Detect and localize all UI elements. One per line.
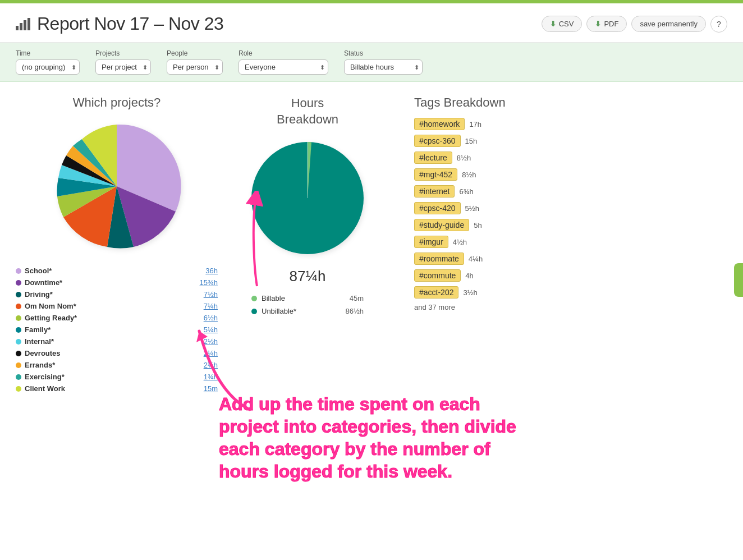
tag-item: #commute 4h bbox=[414, 269, 727, 282]
save-label: save permanently bbox=[640, 20, 698, 28]
annotation-arrow bbox=[235, 191, 268, 294]
billable-value: 45m bbox=[350, 294, 364, 302]
tag-badge[interactable]: #mgt-452 bbox=[414, 168, 457, 181]
project-color-dot bbox=[16, 268, 21, 274]
unbillable-label: Unbillable* bbox=[262, 307, 345, 315]
project-name: School* bbox=[25, 267, 205, 275]
hours-total: 87¼h bbox=[289, 268, 325, 285]
csv-download-icon: ⬇ bbox=[550, 20, 556, 28]
role-select[interactable]: Everyone bbox=[239, 59, 328, 75]
project-color-dot bbox=[16, 386, 21, 392]
project-color-dot bbox=[16, 292, 21, 297]
project-name: Devroutes bbox=[25, 349, 204, 357]
time-label: Time bbox=[16, 49, 80, 57]
tag-badge[interactable]: #homework bbox=[414, 118, 465, 130]
tag-badge[interactable]: #commute bbox=[414, 269, 461, 282]
list-item: Internal* 2½h bbox=[16, 336, 218, 347]
project-hours-link[interactable]: 6½h bbox=[204, 314, 218, 322]
side-pill[interactable] bbox=[734, 263, 743, 297]
help-button[interactable]: ? bbox=[710, 16, 727, 33]
tag-badge[interactable]: #acct-202 bbox=[414, 286, 458, 299]
people-select[interactable]: Per person bbox=[167, 59, 223, 75]
status-select[interactable]: Billable hours bbox=[344, 59, 423, 75]
billable-dot bbox=[251, 296, 257, 301]
list-item: Om Nom Nom* 7¼h bbox=[16, 300, 218, 312]
tag-badge[interactable]: #cpsc-360 bbox=[414, 135, 461, 147]
tag-badge[interactable]: #roommate bbox=[414, 253, 464, 265]
tag-item: #lecture 8½h bbox=[414, 152, 727, 164]
tag-badge[interactable]: #lecture bbox=[414, 152, 452, 164]
annotation-container: Billable 45m Unbillable* 86½h bbox=[251, 292, 364, 318]
project-hours-link[interactable]: 7¼h bbox=[204, 302, 218, 310]
pink-arrow-annotation bbox=[194, 325, 261, 417]
tag-item: #cpsc-420 5½h bbox=[414, 202, 727, 214]
list-item: Getting Ready* 6½h bbox=[16, 312, 218, 324]
project-name: Errands* bbox=[25, 361, 204, 369]
projects-select[interactable]: Per project bbox=[95, 59, 151, 75]
filter-bar: Time (no grouping) Projects Per project … bbox=[0, 43, 743, 82]
csv-label: CSV bbox=[559, 20, 574, 28]
list-item: Devroutes 2¼h bbox=[16, 347, 218, 359]
project-color-dot bbox=[16, 339, 21, 345]
project-hours-link[interactable]: 7½h bbox=[204, 290, 218, 299]
projects-label: Projects bbox=[95, 49, 151, 57]
status-label: Status bbox=[344, 49, 423, 57]
list-item: Errands* 2¼h bbox=[16, 359, 218, 371]
people-label: People bbox=[167, 49, 223, 57]
tag-item: #mgt-452 8½h bbox=[414, 168, 727, 181]
project-color-dot bbox=[16, 351, 21, 356]
hours-breakdown-list: Billable 45m Unbillable* 86½h bbox=[251, 292, 364, 318]
project-name: Client Work bbox=[25, 384, 204, 393]
tag-hours: 17h bbox=[469, 120, 481, 128]
projects-pie-chart bbox=[49, 119, 184, 254]
tags-section-title: Tags Breakdown bbox=[414, 95, 727, 110]
projects-select-wrapper[interactable]: Per project bbox=[95, 59, 151, 75]
project-hours-link[interactable]: 36h bbox=[205, 267, 218, 275]
tag-badge[interactable]: #imgur bbox=[414, 236, 448, 248]
tags-more: and 37 more bbox=[414, 303, 727, 311]
people-select-wrapper[interactable]: Per person bbox=[167, 59, 223, 75]
time-select[interactable]: (no grouping) bbox=[16, 59, 80, 75]
main-content: Which projects? bbox=[0, 82, 743, 408]
unbillable-value: 86½h bbox=[345, 307, 364, 315]
tag-hours: 8½h bbox=[457, 154, 471, 162]
hours-breakdown-item: Billable 45m bbox=[251, 292, 364, 305]
list-item: Client Work 15m bbox=[16, 383, 218, 394]
big-annotation: Add up the time spent on each project in… bbox=[219, 393, 516, 483]
project-color-dot bbox=[16, 280, 21, 286]
tag-hours: 3½h bbox=[463, 288, 477, 297]
tag-hours: 15h bbox=[465, 137, 478, 145]
project-name: Om Nom Nom* bbox=[25, 302, 204, 310]
pdf-button[interactable]: ⬇ PDF bbox=[586, 16, 627, 32]
project-name: Getting Ready* bbox=[25, 314, 204, 322]
list-item: Family* 5¼h bbox=[16, 324, 218, 336]
save-button[interactable]: save permanently bbox=[631, 16, 706, 32]
tag-badge[interactable]: #study-guide bbox=[414, 219, 469, 231]
pdf-label: PDF bbox=[604, 20, 618, 28]
status-select-wrapper[interactable]: Billable hours bbox=[344, 59, 423, 75]
tag-hours: 5h bbox=[474, 221, 481, 229]
project-color-dot bbox=[16, 374, 21, 380]
unbillable-dot bbox=[251, 309, 257, 314]
tag-hours: 5½h bbox=[465, 204, 479, 213]
projects-section-title: Which projects? bbox=[16, 95, 218, 110]
tag-item: #cpsc-360 15h bbox=[414, 135, 727, 147]
tag-badge[interactable]: #internet bbox=[414, 185, 455, 198]
project-hours-link[interactable]: 15¾h bbox=[199, 278, 218, 287]
tag-item: #acct-202 3½h bbox=[414, 286, 727, 299]
filter-people: People Per person bbox=[167, 49, 223, 75]
time-select-wrapper[interactable]: (no grouping) bbox=[16, 59, 80, 75]
pink-arrow-svg bbox=[194, 325, 261, 415]
tags-column: Tags Breakdown #homework 17h #cpsc-360 1… bbox=[397, 95, 727, 394]
list-item: Driving* 7½h bbox=[16, 288, 218, 300]
list-item: School* 36h bbox=[16, 265, 218, 277]
project-color-dot bbox=[16, 362, 21, 368]
list-item: Downtime* 15¾h bbox=[16, 277, 218, 288]
tag-badge[interactable]: #cpsc-420 bbox=[414, 202, 461, 214]
filter-role: Role Everyone bbox=[239, 49, 328, 75]
role-select-wrapper[interactable]: Everyone bbox=[239, 59, 328, 75]
page-title: Report Nov 17 – Nov 23 bbox=[37, 13, 223, 34]
project-list: School* 36h Downtime* 15¾h Driving* 7½h … bbox=[16, 265, 218, 394]
csv-button[interactable]: ⬇ CSV bbox=[542, 16, 583, 32]
project-name: Family* bbox=[25, 325, 204, 334]
